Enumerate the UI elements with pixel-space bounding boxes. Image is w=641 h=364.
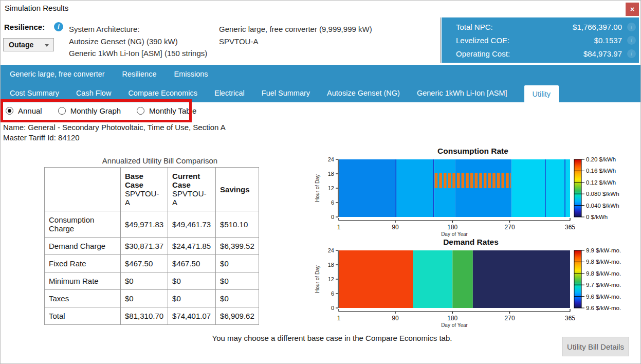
utility-bill-details-button[interactable]: Utility Bill Details <box>562 337 629 356</box>
svg-text:6: 6 <box>331 199 334 206</box>
info-icon[interactable]: i <box>627 49 636 58</box>
window-title: Simulation Results <box>5 4 68 12</box>
svg-text:365: 365 <box>565 224 575 231</box>
metric-operating-cost: Operating Cost: $84,973.97 i <box>456 47 636 60</box>
tab-generic-large-free-converter[interactable]: Generic large, free converter <box>10 70 105 78</box>
table-row: Taxes $0 $0 $0 <box>45 290 259 307</box>
tab-generic-1kwh-li-ion[interactable]: Generic 1kWh Li-Ion [ASM] <box>417 83 507 102</box>
base-case-note: You may choose a different base case in … <box>21 334 641 342</box>
tab-resilience[interactable]: Resilience <box>122 70 157 78</box>
metric-total-npc: Total NPC: $1,766,397.00 i <box>456 20 636 33</box>
tab-cost-summary[interactable]: Cost Summary <box>10 83 59 102</box>
svg-text:180: 180 <box>447 224 457 231</box>
metric-value: $0.1537 <box>509 36 622 45</box>
info-icon[interactable]: i <box>54 22 63 31</box>
svg-text:365: 365 <box>565 315 575 322</box>
table-row: Fixed Rate $467.50 $467.50 $0 <box>45 255 259 272</box>
tariff-name-line: Name: General - Secondary Photovoltaic, … <box>3 123 226 132</box>
svg-text:0 $/kWh: 0 $/kWh <box>586 214 608 220</box>
tab-autosize-genset[interactable]: Autosize Genset (NG) <box>327 83 400 102</box>
radio-monthly-graph-label[interactable]: Monthly Graph <box>70 106 121 115</box>
svg-text:9.7 $/kW-mo.: 9.7 $/kW-mo. <box>586 282 621 288</box>
table-row: Consumption Charge $49,971.83 $49,461.73… <box>45 211 259 238</box>
table-header-row: Base Case SPVTOU-A Current Case SPVTOU-A… <box>45 168 259 211</box>
svg-text:1: 1 <box>337 224 341 231</box>
tab-compare-economics[interactable]: Compare Economics <box>128 83 197 102</box>
resilience-label: Resilience: <box>4 23 45 31</box>
metric-label: Total NPC: <box>456 23 493 31</box>
svg-text:9.8 $/kW-mo.: 9.8 $/kW-mo. <box>586 259 621 265</box>
metric-label: Operating Cost: <box>456 49 510 58</box>
outage-dropdown-value: Outage <box>9 41 33 49</box>
svg-text:12: 12 <box>328 185 334 191</box>
outage-dropdown[interactable]: Outage <box>3 38 54 51</box>
svg-text:Hour of Day: Hour of Day <box>315 174 320 202</box>
table-row: Minimum Rate $0 $0 $0 <box>45 272 259 290</box>
chevron-down-icon <box>45 44 49 47</box>
metric-value: $1,766,397.00 <box>493 23 622 31</box>
svg-text:9.9 $/kW-mo.: 9.9 $/kW-mo. <box>586 247 621 253</box>
simulation-results-window: Simulation Results × Resilience: i Outag… <box>0 0 641 364</box>
consumption-rate-chart: Consumption Rate06121824Hour of Day19018… <box>309 145 641 244</box>
svg-text:0.12 $/kWh: 0.12 $/kWh <box>586 179 616 186</box>
tariff-master-id-line: Master Tariff Id: 84120 <box>3 133 80 142</box>
svg-text:24: 24 <box>328 247 334 253</box>
radio-monthly-graph[interactable] <box>58 107 66 115</box>
bill-comparison-table: Base Case SPVTOU-A Current Case SPVTOU-A… <box>44 167 259 325</box>
header-base-case: Base Case SPVTOU-A <box>121 168 168 211</box>
metric-label: Levelized COE: <box>456 36 509 45</box>
svg-text:Day of Year: Day of Year <box>441 322 468 328</box>
svg-text:270: 270 <box>505 224 515 231</box>
table-row: Demand Charge $30,871.37 $24,471.85 $6,3… <box>45 238 259 255</box>
svg-text:Hour of Day: Hour of Day <box>315 265 320 293</box>
tab-cash-flow[interactable]: Cash Flow <box>76 83 112 102</box>
svg-text:270: 270 <box>505 315 515 322</box>
info-icon[interactable]: i <box>627 36 636 45</box>
svg-text:9.8 $/kW-mo.: 9.8 $/kW-mo. <box>586 270 621 277</box>
system-architecture-converter: Generic large, free converter (9,999,999… <box>219 23 372 35</box>
svg-text:0.040 $/kWh: 0.040 $/kWh <box>586 203 619 209</box>
svg-text:18: 18 <box>328 171 334 177</box>
svg-text:9.6 $/kW-mo.: 9.6 $/kW-mo. <box>586 294 621 300</box>
svg-text:Consumption Rate: Consumption Rate <box>437 147 508 155</box>
radio-monthly-table-label[interactable]: Monthly Table <box>149 106 196 115</box>
svg-text:6: 6 <box>331 290 334 297</box>
svg-text:0.16 $/kWh: 0.16 $/kWh <box>586 168 616 174</box>
svg-text:0: 0 <box>331 214 334 220</box>
svg-text:9.6 $/kW-mo.: 9.6 $/kW-mo. <box>586 305 621 311</box>
metrics-panel: Total NPC: $1,766,397.00 i Levelized COE… <box>442 17 639 63</box>
close-button[interactable]: × <box>626 3 639 16</box>
view-option-radio-group: Annual Monthly Graph Monthly Table <box>6 106 196 115</box>
tab-electrical[interactable]: Electrical <box>214 83 245 102</box>
system-architecture-column-1: System Architecture: Autosize Genset (NG… <box>69 23 207 60</box>
system-architecture-heading: System Architecture: <box>69 23 207 35</box>
system-architecture-column-2: Generic large, free converter (9,999,999… <box>219 23 372 47</box>
info-icon[interactable]: i <box>627 23 636 31</box>
header-current-case: Current Case SPVTOU-A <box>168 168 216 211</box>
svg-text:90: 90 <box>392 224 399 231</box>
metric-value: $84,973.97 <box>510 49 622 58</box>
metrics-panel-divider <box>440 17 441 63</box>
bill-comparison-title: Annualized Utility Bill Comparison <box>44 156 276 165</box>
svg-text:90: 90 <box>392 315 399 322</box>
tab-fuel-summary[interactable]: Fuel Summary <box>262 83 310 102</box>
table-row: Total $81,310.70 $74,401.07 $6,909.62 <box>45 307 259 325</box>
radio-annual[interactable] <box>6 107 13 115</box>
metric-levelized-coe: Levelized COE: $0.1537 i <box>456 33 636 47</box>
svg-text:0.080 $/kWh: 0.080 $/kWh <box>586 191 619 197</box>
system-architecture-tariff: SPVTOU-A <box>219 35 372 48</box>
header-empty-cell <box>45 168 121 211</box>
svg-text:0.20 $/kWh: 0.20 $/kWh <box>586 156 616 162</box>
svg-text:1: 1 <box>337 315 341 322</box>
radio-monthly-table[interactable] <box>137 107 144 115</box>
svg-text:24: 24 <box>328 156 334 162</box>
svg-text:Demand Rates: Demand Rates <box>443 238 499 246</box>
svg-text:18: 18 <box>328 262 334 268</box>
header-savings: Savings <box>216 168 259 211</box>
results-tab-bar: Generic large, free converter Resilience… <box>1 65 640 102</box>
close-icon: × <box>630 5 634 13</box>
tab-emissions[interactable]: Emissions <box>174 70 208 78</box>
radio-annual-label[interactable]: Annual <box>18 106 42 115</box>
svg-text:12: 12 <box>328 276 334 282</box>
tab-utility-active[interactable]: Utility <box>524 85 559 102</box>
